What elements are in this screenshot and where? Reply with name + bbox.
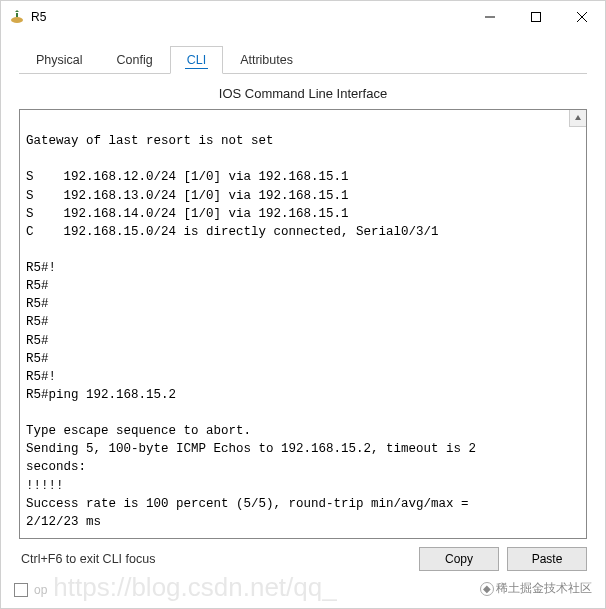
minimize-button[interactable] [467, 1, 513, 33]
terminal[interactable]: Gateway of last resort is not set S 192.… [20, 110, 586, 538]
copy-button[interactable]: Copy [419, 547, 499, 571]
focus-hint: Ctrl+F6 to exit CLI focus [19, 552, 411, 566]
terminal-output: Gateway of last resort is not set S 192.… [26, 134, 476, 538]
svg-point-0 [11, 17, 23, 23]
watermark: ◆稀土掘金技术社区 [480, 580, 592, 597]
tab-physical[interactable]: Physical [19, 46, 100, 74]
ghost-url: https://blog.csdn.net/qq_ [53, 572, 480, 603]
router-icon [9, 9, 25, 25]
close-button[interactable] [559, 1, 605, 33]
tab-cli[interactable]: CLI [170, 46, 223, 74]
paste-button[interactable]: Paste [507, 547, 587, 571]
watermark-text: 稀土掘金技术社区 [496, 581, 592, 595]
maximize-button[interactable] [513, 1, 559, 33]
window-controls [467, 1, 605, 33]
titlebar: R5 [1, 1, 605, 33]
scroll-up-button[interactable] [569, 110, 586, 127]
footer-small-label: op [34, 583, 47, 597]
watermark-icon: ◆ [480, 582, 494, 596]
footer-overlay: op https://blog.csdn.net/qq_ ◆稀土掘金技术社区 [0, 572, 606, 603]
bottom-bar: Ctrl+F6 to exit CLI focus Copy Paste [19, 539, 587, 574]
cli-heading: IOS Command Line Interface [19, 74, 587, 109]
svg-rect-2 [532, 13, 541, 22]
tabs-bar: PhysicalConfigCLIAttributes [19, 45, 587, 73]
tab-attributes[interactable]: Attributes [223, 46, 310, 74]
app-window: R5 PhysicalConfigCLIAttributes IOS Comma… [0, 0, 606, 609]
checkbox-icon [14, 583, 28, 597]
terminal-container: Gateway of last resort is not set S 192.… [19, 109, 587, 539]
window-title: R5 [31, 10, 467, 24]
tab-config[interactable]: Config [100, 46, 170, 74]
content-area: PhysicalConfigCLIAttributes IOS Command … [1, 33, 605, 574]
